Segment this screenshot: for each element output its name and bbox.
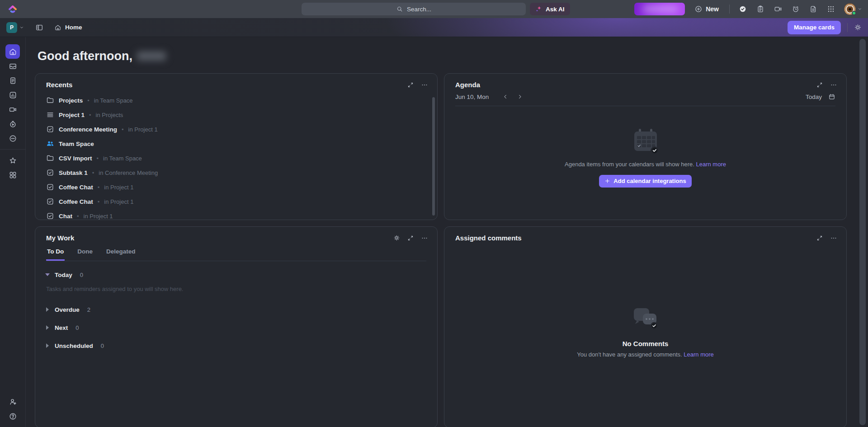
ellipsis-menu-icon[interactable] <box>421 235 428 242</box>
sidebar-item-dashboards[interactable] <box>5 88 20 102</box>
expand-icon[interactable] <box>816 235 823 241</box>
timer-icon <box>9 120 17 128</box>
recent-item[interactable]: Conference Meeting • in Project 1 <box>35 122 437 136</box>
comments-learn-more-link[interactable]: Learn more <box>684 351 713 358</box>
blurred-promo-button[interactable] <box>634 3 685 15</box>
work-section-header[interactable]: Unscheduled 0 <box>46 340 426 351</box>
ellipsis-menu-icon[interactable] <box>830 235 837 242</box>
work-section-label: Overdue <box>55 306 80 313</box>
manage-cards-button[interactable]: Manage cards <box>788 21 841 34</box>
help-icon <box>9 412 17 421</box>
settings-gear-icon[interactable] <box>854 23 862 31</box>
caret-icon[interactable] <box>46 343 49 348</box>
expand-icon[interactable] <box>816 82 823 88</box>
ellipsis-menu-icon[interactable] <box>830 81 837 89</box>
agenda-empty-state: Agenda items from your calendars will sh… <box>444 106 846 209</box>
clips-video-icon <box>9 105 17 114</box>
workspace-switcher[interactable]: P <box>6 22 24 33</box>
recent-item-location: in Project 1 <box>84 213 113 220</box>
sidebar-toggle-icon[interactable] <box>35 23 43 32</box>
recent-item[interactable]: Chat • in Project 1 <box>35 209 437 220</box>
work-section-header[interactable]: Today 0 <box>46 269 426 280</box>
sidebar-item-spaces[interactable] <box>5 168 20 182</box>
page-scrollbar[interactable] <box>859 39 866 425</box>
my-work-sections: Today 0 Tasks and reminders assigned to … <box>35 261 437 351</box>
recent-item[interactable]: Team Space <box>35 136 437 151</box>
calendar-icon[interactable] <box>828 93 835 100</box>
sidebar-item-timesheets[interactable] <box>5 117 20 131</box>
inbox-icon <box>9 62 17 70</box>
my-work-tab[interactable]: Done <box>76 248 94 261</box>
recent-item[interactable]: Coffee Chat • in Project 1 <box>35 194 437 209</box>
apps-grid-icon[interactable] <box>826 5 835 14</box>
recents-card: Recents <box>35 73 438 220</box>
user-avatar[interactable] <box>844 3 863 15</box>
recent-item-icon <box>46 197 54 206</box>
recent-item[interactable]: Coffee Chat • in Project 1 <box>35 180 437 194</box>
topbar-divider <box>729 5 730 14</box>
sidebar-item-favorites[interactable] <box>5 153 20 168</box>
sidebar-item-home[interactable] <box>5 44 20 59</box>
recent-item[interactable]: Projects • in Team Space <box>35 93 437 108</box>
sidebar-item-inbox[interactable] <box>5 59 20 73</box>
sidebar-item-clips[interactable] <box>5 102 20 117</box>
my-work-tab[interactable]: Delegated <box>105 248 137 261</box>
work-section-header[interactable]: Overdue 2 <box>46 304 426 315</box>
next-day-chevron-icon[interactable] <box>517 94 523 100</box>
my-work-title: My Work <box>46 234 74 242</box>
work-section-count: 0 <box>80 272 83 278</box>
page-header: P Home Manage cards <box>0 18 868 37</box>
work-section: Unscheduled 0 <box>46 340 426 351</box>
recent-item[interactable]: Subtask 1 • in Conference Meeting <box>35 165 437 180</box>
caret-icon[interactable] <box>46 307 49 312</box>
video-icon[interactable] <box>774 5 783 14</box>
agenda-date-bar: Jun 10, Mon Today <box>455 93 835 106</box>
blurred-username <box>137 52 166 61</box>
work-section-header[interactable]: Next 0 <box>46 322 426 333</box>
recent-item-icon <box>46 212 54 220</box>
notepad-icon[interactable] <box>756 5 765 14</box>
my-work-tab[interactable]: To Do <box>46 248 65 261</box>
recents-list: Projects • in Team Space <box>35 93 437 220</box>
recent-item-name: Chat <box>59 213 72 220</box>
recent-item-location: in Conference Meeting <box>99 169 158 176</box>
card-settings-gear-icon[interactable] <box>393 235 400 241</box>
invite-user-button[interactable] <box>5 394 20 409</box>
recents-title: Recents <box>46 81 72 89</box>
recent-item-icon <box>46 154 54 162</box>
reminder-clock-icon[interactable] <box>791 5 800 14</box>
help-button[interactable] <box>5 409 20 423</box>
sidebar-divider <box>0 149 26 150</box>
plus-icon <box>604 178 610 184</box>
recent-item[interactable]: Project 1 • in Projects <box>35 108 437 122</box>
my-work-card: My Work <box>35 226 438 427</box>
work-section-label: Next <box>55 324 68 331</box>
agenda-learn-more-link[interactable]: Learn more <box>696 161 726 168</box>
tasks-check-icon[interactable] <box>738 5 747 14</box>
dashboard-icon <box>9 91 17 99</box>
recent-item[interactable]: CSV Import • in Team Space <box>35 151 437 165</box>
search-icon <box>396 5 403 13</box>
chevron-down-icon <box>19 25 24 30</box>
new-button[interactable]: New <box>694 5 719 13</box>
assigned-comments-title: Assigned comments <box>455 234 522 242</box>
ask-ai-button[interactable]: Ask AI <box>530 3 570 15</box>
add-calendar-integrations-button[interactable]: Add calendar integrations <box>599 175 691 188</box>
work-section-count: 2 <box>87 306 90 313</box>
prev-day-chevron-icon[interactable] <box>502 94 509 100</box>
breadcrumb-home[interactable]: Home <box>54 24 82 31</box>
work-section-label: Unscheduled <box>55 343 93 349</box>
caret-icon[interactable] <box>46 325 49 330</box>
expand-icon[interactable] <box>407 235 414 241</box>
caret-icon[interactable] <box>45 273 50 276</box>
agenda-empty-text: Agenda items from your calendars will sh… <box>565 161 694 168</box>
more-ellipsis-icon <box>9 134 17 143</box>
sidebar-item-more[interactable] <box>5 131 20 145</box>
document-icon[interactable] <box>809 5 818 14</box>
today-button[interactable]: Today <box>806 94 822 100</box>
search-input[interactable]: Search... <box>302 3 526 15</box>
expand-icon[interactable] <box>407 82 414 88</box>
sidebar-item-docs[interactable] <box>5 73 20 88</box>
ellipsis-menu-icon[interactable] <box>421 81 428 89</box>
recents-scrollbar[interactable] <box>432 97 435 216</box>
